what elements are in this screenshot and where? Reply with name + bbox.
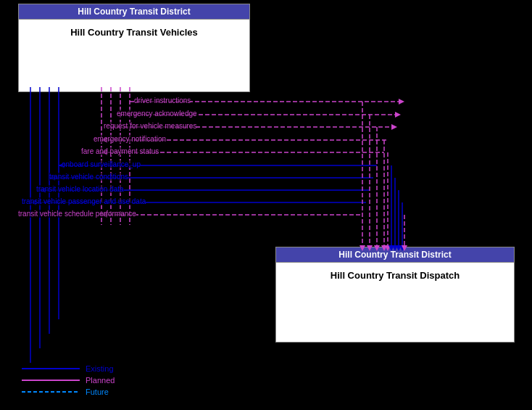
- legend: Existing Planned Future: [22, 364, 115, 399]
- svg-marker-19: [59, 163, 65, 168]
- left-box-header: Hill Country Transit District: [18, 4, 250, 20]
- svg-marker-17: [101, 149, 107, 155]
- label-fare-payment: fare and payment status: [81, 147, 159, 155]
- label-transit-vehicle-location: transit vehicle location data: [36, 185, 124, 193]
- svg-marker-11: [395, 112, 401, 118]
- legend-planned-label: Planned: [86, 376, 115, 385]
- label-transit-vehicle-schedule: transit vehicle schedule performance: [18, 210, 136, 218]
- label-transit-vehicle-conditions: transit vehicle conditions: [49, 173, 128, 181]
- label-emergency-notification: emergency notification: [93, 135, 166, 143]
- left-box: Hill Country Transit District Hill Count…: [18, 4, 250, 92]
- left-box-title: Hill Country Transit Vehicles: [23, 24, 245, 41]
- left-box-body: Hill Country Transit Vehicles: [18, 20, 250, 92]
- label-onboard-surveillance: onboard surveillance_up: [62, 160, 141, 168]
- diagram-container: Hill Country Transit District Hill Count…: [0, 0, 532, 410]
- svg-marker-25: [30, 200, 36, 205]
- right-box-header: Hill Country Transit District: [275, 247, 515, 263]
- legend-existing: Existing: [22, 364, 115, 373]
- label-transit-vehicle-passenger: transit vehicle passenger and use data: [22, 197, 146, 205]
- legend-future-label: Future: [86, 388, 109, 396]
- legend-future: Future: [22, 388, 115, 396]
- svg-marker-23: [40, 187, 46, 193]
- legend-planned: Planned: [22, 376, 115, 385]
- svg-marker-21: [49, 175, 55, 181]
- svg-marker-9: [399, 99, 404, 104]
- svg-marker-27: [101, 212, 107, 218]
- label-driver-instructions: driver instructions: [134, 97, 191, 104]
- label-request-vehicle-measures: request for vehicle measures: [104, 122, 196, 130]
- right-box-body: Hill Country Transit Dispatch: [275, 263, 515, 343]
- legend-existing-label: Existing: [86, 364, 114, 373]
- right-box-title: Hill Country Transit Dispatch: [280, 267, 510, 284]
- label-emergency-acknowledge: emergency acknowledge: [117, 110, 197, 118]
- svg-marker-15: [101, 137, 107, 143]
- svg-marker-13: [391, 124, 397, 130]
- right-box: Hill Country Transit District Hill Count…: [275, 247, 515, 343]
